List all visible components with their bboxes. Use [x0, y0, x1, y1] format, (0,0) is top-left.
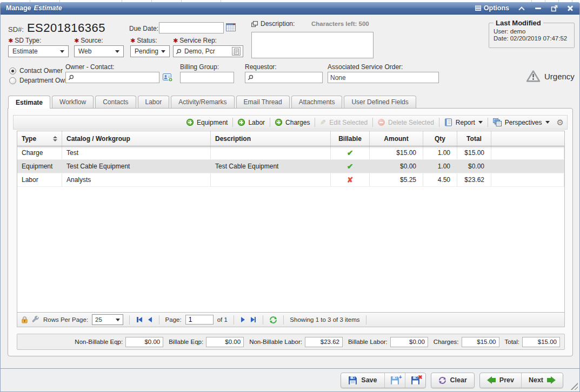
minus-circle-icon	[378, 119, 385, 126]
column-header-catalog[interactable]: Catalog / Workgroup	[62, 131, 211, 146]
urgency-button[interactable]: Urgency	[526, 70, 575, 83]
description-textarea[interactable]	[251, 32, 374, 58]
column-header-description[interactable]: Description	[211, 131, 331, 146]
tab-user-defined-fields[interactable]: User Defined Fields	[344, 96, 416, 108]
column-header-billable[interactable]: Billable	[331, 131, 370, 146]
owner-contact-label: Owner - Contact:	[65, 63, 115, 71]
lock-columns-button[interactable]	[21, 316, 28, 323]
add-equipment-button[interactable]: Equipment	[183, 118, 231, 127]
minimize-button[interactable]	[534, 4, 542, 12]
search-icon	[248, 75, 254, 80]
save-and-new-icon	[390, 376, 399, 385]
table-row[interactable]: Charge Test $15.00 1.00 $15.00	[17, 146, 564, 160]
radio-icon	[9, 77, 16, 84]
source-select[interactable]: Web	[74, 45, 124, 57]
service-rep-value: Demo, Pcr	[184, 48, 215, 55]
tab-email-thread[interactable]: Email Thread	[236, 96, 290, 108]
requestor-field[interactable]	[245, 72, 323, 83]
grid-tools-button[interactable]	[32, 316, 39, 323]
grid-settings-gear-icon[interactable]: ⚙	[557, 118, 564, 126]
add-contact-button[interactable]	[163, 73, 173, 82]
prev-button[interactable]: Prev	[480, 373, 521, 388]
requestor-label: Requestor:	[245, 63, 277, 71]
tab-strip: Estimate Workflow Contacts Labor Activit…	[8, 96, 416, 108]
tab-workflow[interactable]: Workflow	[52, 96, 94, 108]
save-icon	[348, 376, 357, 385]
calendar-button[interactable]	[226, 23, 236, 31]
summary-item: Billable Eqp: $0.00	[169, 337, 244, 347]
chevron-up-icon	[518, 6, 524, 12]
save-and-new-button[interactable]: +	[384, 373, 405, 388]
save-and-close-button[interactable]: ✖	[405, 373, 425, 388]
perspectives-menu-button[interactable]: Perspectives	[489, 117, 554, 127]
sd-type-select[interactable]: Estimate	[8, 45, 69, 57]
tab-labor[interactable]: Labor	[138, 96, 170, 108]
table-row[interactable]: Labor Analysts $5.25 4.50 $23.62	[17, 173, 564, 187]
urgency-label: Urgency	[544, 72, 575, 81]
last-page-button[interactable]	[250, 317, 257, 322]
service-rep-lookup-button[interactable]	[232, 47, 241, 56]
owner-contact-field[interactable]	[65, 72, 159, 83]
refresh-button[interactable]	[269, 316, 277, 324]
next-page-button[interactable]	[240, 317, 246, 322]
column-header-filler	[491, 131, 564, 146]
dialog-title-emphasis: Estimate	[34, 4, 62, 12]
source-label: Source:	[81, 37, 103, 44]
caret-down-icon	[545, 121, 550, 124]
save-button[interactable]: Save	[341, 373, 384, 388]
estimate-header-form: SD#: ES201816365 Due Date: Description: …	[1, 15, 579, 96]
caret-down-icon	[161, 50, 165, 53]
clear-button[interactable]: Clear	[431, 373, 475, 388]
tab-contacts[interactable]: Contacts	[95, 96, 136, 108]
tab-attachments[interactable]: Attachments	[291, 96, 343, 108]
sd-number-line: SD#: ES201816365	[8, 21, 105, 35]
edit-selected-button: ✎ Edit Selected	[316, 117, 371, 127]
save-button-group: Save + ✖	[341, 373, 425, 388]
contact-owner-radio[interactable]: Contact Owner	[9, 67, 63, 75]
department-owner-radio[interactable]: Department Owner	[9, 77, 74, 84]
page-number-input[interactable]	[185, 315, 214, 325]
titlebar[interactable]: Manage Estimate Options	[1, 2, 579, 15]
pencil-icon: ✎	[320, 118, 326, 126]
expand-description-icon[interactable]	[251, 21, 258, 27]
options-button[interactable]: Options	[475, 4, 509, 12]
table-row[interactable]: Equipment Test Cable Equipment Test Cabl…	[17, 160, 564, 173]
options-label: Options	[484, 4, 509, 12]
window-resize-handle[interactable]	[570, 382, 578, 390]
caret-down-icon	[115, 50, 119, 53]
due-date-input[interactable]	[159, 22, 224, 33]
billing-group-label: Billing Group:	[180, 63, 219, 71]
summary-value: $23.62	[305, 337, 343, 347]
last-modified-user: User: demo	[494, 28, 570, 35]
status-select[interactable]: Pending	[130, 45, 170, 57]
rows-per-page-select[interactable]: 25	[92, 314, 123, 325]
caret-down-icon	[478, 121, 483, 124]
close-icon	[567, 5, 574, 11]
previous-page-button[interactable]	[147, 317, 153, 322]
first-page-button[interactable]	[136, 317, 143, 322]
report-menu-button[interactable]: Report	[441, 117, 486, 127]
add-charges-button[interactable]: Charges	[271, 118, 314, 127]
column-header-qty[interactable]: Qty	[423, 131, 457, 146]
column-header-total[interactable]: Total	[457, 131, 491, 146]
close-button[interactable]	[566, 4, 574, 12]
footer-action-bar: Save + ✖	[1, 369, 579, 391]
perspectives-icon	[493, 118, 502, 126]
column-header-amount[interactable]: Amount	[370, 131, 423, 146]
popout-button[interactable]	[550, 4, 558, 12]
page-of-label: of 1	[217, 316, 228, 323]
dialog-title: Manage Estimate	[6, 4, 62, 12]
column-header-type[interactable]: Type	[17, 131, 62, 146]
sort-icon	[53, 136, 57, 141]
add-labor-button[interactable]: Labor	[234, 118, 269, 127]
associated-service-order-value: None	[330, 74, 346, 82]
tab-activity-remarks[interactable]: Activity/Remarks	[171, 96, 234, 108]
tab-estimate[interactable]: Estimate	[8, 96, 50, 109]
plus-badge-icon: +	[399, 375, 402, 380]
collapse-button[interactable]	[518, 4, 525, 12]
lock-icon	[21, 316, 28, 323]
sd-number: ES201816365	[27, 21, 105, 35]
description-label: Description:	[261, 20, 295, 28]
service-rep-field[interactable]: Demo, Pcr	[173, 45, 243, 57]
next-button[interactable]: Next	[521, 373, 563, 388]
